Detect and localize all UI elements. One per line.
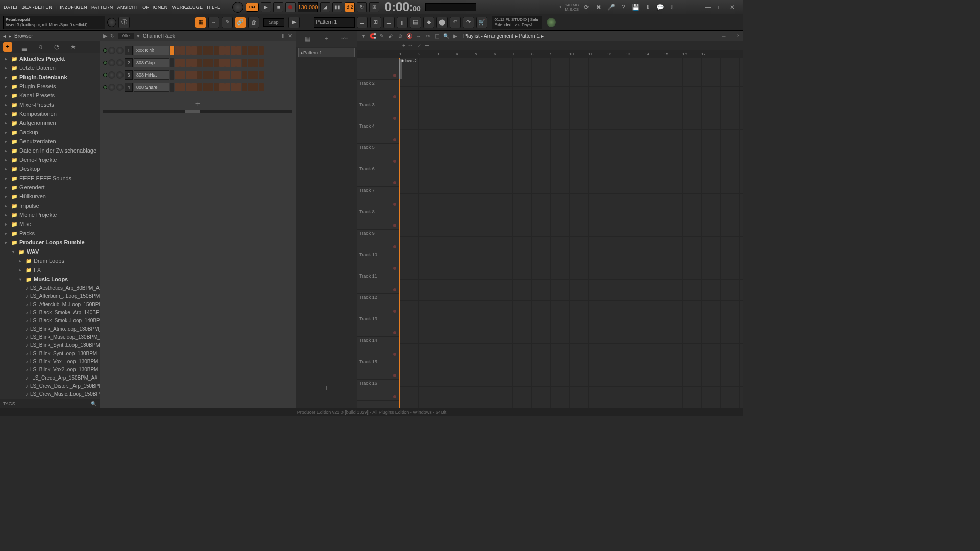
tree-folder[interactable]: ▸📁Benutzerdaten: [0, 137, 100, 146]
tree-folder[interactable]: ▸📁Packs: [0, 229, 100, 238]
channel-name[interactable]: 808 Snare: [134, 83, 169, 92]
track-header[interactable]: Track 10: [357, 251, 399, 272]
playlist-toggle[interactable]: ☰: [357, 17, 368, 28]
playlist-grid[interactable]: ◉ Insert 5: [399, 58, 743, 408]
save-icon[interactable]: 💾: [631, 3, 640, 12]
channel-vol-knob[interactable]: [116, 59, 124, 66]
cr-play-icon[interactable]: ▶: [103, 33, 107, 39]
channel-pan-knob[interactable]: [108, 59, 115, 66]
tree-folder[interactable]: ▸📁Kanal-Presets: [0, 91, 100, 100]
channel-rack-toggle[interactable]: ☲: [383, 17, 395, 28]
tree-folder[interactable]: ▸📁Demo-Projekte: [0, 155, 100, 164]
pl-wave-icon[interactable]: 〰: [408, 43, 413, 48]
track-header[interactable]: Track 8: [357, 208, 399, 230]
pp-grid-icon[interactable]: ▦: [305, 35, 310, 42]
pattern-add-button[interactable]: +: [296, 384, 357, 392]
tree-file[interactable]: ♪LS_Blink_Synt..Loop_130BPM_Am: [0, 341, 100, 349]
tree-folder-wav[interactable]: ▾📁WAV: [0, 247, 100, 256]
countdown-button[interactable]: 3 2: [345, 2, 355, 12]
channel-select[interactable]: [170, 70, 174, 80]
channel-select[interactable]: [170, 58, 174, 67]
shop-icon[interactable]: 🛒: [476, 17, 487, 28]
channel-pan-knob[interactable]: [108, 47, 115, 54]
channel-number[interactable]: 3: [125, 70, 133, 80]
step-sequencer[interactable]: [175, 59, 264, 67]
snap-mode[interactable]: Step: [263, 18, 284, 27]
main-volume-knob[interactable]: [232, 2, 243, 13]
browser-tree[interactable]: ▸📁Aktuelles Projekt▸📁Letzte Dateien▸📁Plu…: [0, 53, 100, 399]
tree-folder[interactable]: ▸📁Meine Projekte: [0, 210, 100, 219]
cr-menu-icon[interactable]: ↻: [110, 33, 115, 39]
download-icon[interactable]: ⇩: [668, 3, 677, 12]
loop-rec-button[interactable]: ⊞: [369, 2, 379, 12]
tree-folder[interactable]: ▸📁Backup: [0, 128, 100, 137]
dump-icon[interactable]: 🗑: [248, 17, 259, 28]
pl-list-icon[interactable]: ☰: [425, 43, 429, 48]
tree-file[interactable]: ♪LS_Credo_Arp_150BPM_A#: [0, 373, 100, 382]
pl-min-icon[interactable]: —: [721, 33, 727, 38]
redo-icon[interactable]: ↷: [463, 17, 474, 28]
channel-name[interactable]: 808 Clap: [134, 58, 169, 67]
sync-icon[interactable]: ⟳: [582, 3, 591, 12]
step-sequencer[interactable]: [175, 71, 264, 79]
track-header[interactable]: Track 15: [357, 358, 399, 380]
browser-add-icon[interactable]: +: [3, 42, 12, 52]
menu-optionen[interactable]: OPTIONEN: [141, 4, 169, 11]
track-mute-dot[interactable]: [393, 95, 396, 98]
tree-subfolder[interactable]: ▾📁Music Loops: [0, 274, 100, 284]
tree-file[interactable]: ♪LS_Crew_Distor.._Arp_150BPM_D: [0, 382, 100, 390]
undo-icon[interactable]: ↶: [450, 17, 461, 28]
track-mute-dot[interactable]: [393, 245, 396, 248]
track-mute-dot[interactable]: [393, 224, 396, 227]
menu-werkzeuge[interactable]: WERKZEUGE: [170, 4, 205, 11]
channel-mute-led[interactable]: [103, 73, 107, 77]
menu-hilfe[interactable]: HILFE: [205, 4, 222, 11]
pl-close-icon[interactable]: ✕: [735, 33, 741, 38]
tools-icon[interactable]: ✖: [594, 3, 603, 12]
channel-row[interactable]: 4808 Snare: [103, 82, 292, 93]
step-sequencer[interactable]: [175, 46, 264, 55]
track-header[interactable]: Track 5: [357, 144, 399, 165]
track-header[interactable]: Track 4: [357, 122, 399, 144]
channel-number[interactable]: 2: [125, 58, 133, 67]
pl-delete-icon[interactable]: ⊘: [396, 32, 404, 40]
window-max[interactable]: □: [716, 3, 725, 12]
tree-file[interactable]: ♪LS_Blink_Atmo..oop_130BPM_Am: [0, 324, 100, 333]
channel-vol-knob[interactable]: [116, 84, 124, 91]
track-mute-dot[interactable]: [393, 374, 396, 377]
browser-fwd-icon[interactable]: ▸: [9, 33, 11, 39]
pl-slice-icon[interactable]: ✂: [424, 32, 432, 40]
track-mute-dot[interactable]: [393, 117, 396, 120]
tree-file[interactable]: ♪LS_Blink_Musi..oop_130BPM_Am: [0, 333, 100, 341]
pl-menu-icon[interactable]: ▾: [359, 32, 368, 40]
tree-folder[interactable]: ▸📁Aktuelles Projekt: [0, 54, 100, 63]
wait-input-button[interactable]: ▮▮: [332, 2, 342, 12]
playlist-ruler[interactable]: 1234567891011121314151617: [357, 50, 743, 58]
channel-row[interactable]: 1808 Kick: [103, 45, 292, 56]
pattern-item[interactable]: ▸ Pattern 1: [298, 48, 355, 57]
tree-folder[interactable]: ▸📁Producer Loops Rumble: [0, 238, 100, 247]
track-header[interactable]: Track 16: [357, 380, 399, 401]
tree-folder[interactable]: ▸📁Aufgenommen: [0, 118, 100, 128]
channel-number[interactable]: 4: [125, 83, 133, 92]
track-mute-dot[interactable]: [393, 310, 396, 313]
link-icon[interactable]: 🔗: [235, 17, 246, 28]
audio-clip[interactable]: ◉ Insert 5: [399, 59, 402, 79]
channel-vol-knob[interactable]: [116, 47, 124, 54]
pl-magnet-icon[interactable]: 🧲: [369, 32, 377, 40]
tree-file[interactable]: ♪LS_Black_Smok..Loop_140BPM_G: [0, 316, 100, 324]
news-panel[interactable]: 01:12 FL STUDIO | Sale Extended Last Day…: [492, 16, 542, 29]
tree-subfolder[interactable]: ▸📁Drum Loops: [0, 256, 100, 265]
pl-slip-icon[interactable]: ↔: [414, 32, 423, 40]
piano-roll-toggle[interactable]: ⊞: [370, 17, 381, 28]
track-header[interactable]: Track 14: [357, 337, 399, 358]
channel-mute-led[interactable]: [103, 61, 107, 65]
browser-back-icon[interactable]: ◂: [3, 33, 6, 39]
menu-pattern[interactable]: PATTERN: [90, 4, 115, 11]
tree-file[interactable]: ♪LS_Crew_Music..Loop_150BPM_D: [0, 390, 100, 398]
menu-ansicht[interactable]: ANSICHT: [116, 4, 140, 11]
step-play-icon[interactable]: ▶: [288, 17, 300, 28]
track-header[interactable]: Track 12: [357, 294, 399, 315]
browser-folder-icon[interactable]: ▂: [19, 42, 29, 52]
channel-pan-knob[interactable]: [108, 71, 115, 79]
